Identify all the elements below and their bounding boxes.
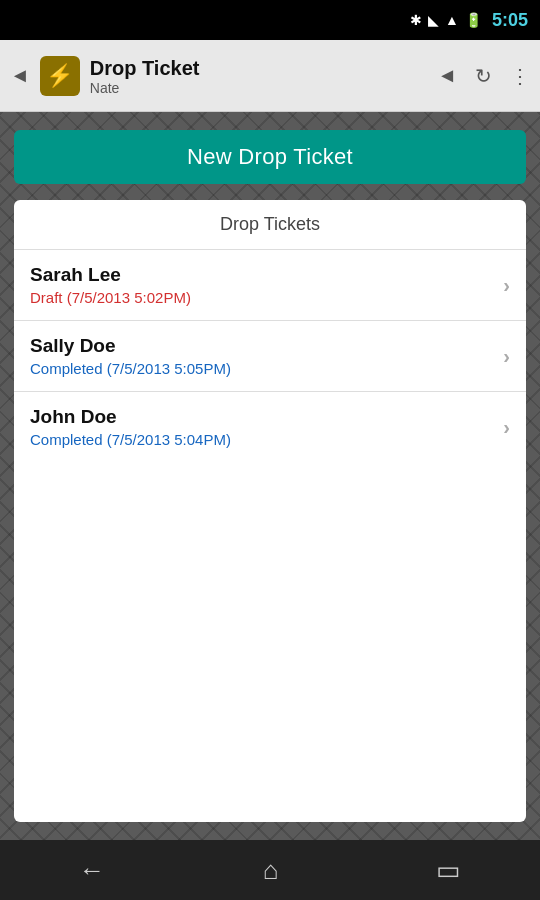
back-button[interactable]: ←	[79, 855, 105, 886]
status-time: 5:05	[492, 10, 528, 31]
home-button[interactable]: ⌂	[263, 855, 279, 886]
signal-indicator-icon: ◄	[437, 64, 457, 87]
app-title: Drop Ticket	[90, 56, 200, 80]
signal-icon: ▲	[445, 12, 459, 28]
ticket-chevron-icon: ›	[503, 274, 510, 297]
main-content: New Drop Ticket Drop Tickets Sarah LeeDr…	[0, 112, 540, 840]
app-title-block: Drop Ticket Nate	[90, 56, 200, 96]
ticket-chevron-icon: ›	[503, 416, 510, 439]
ticket-list-item[interactable]: Sally DoeCompleted (7/5/2013 5:05PM)›	[14, 321, 526, 392]
ticket-info: Sarah LeeDraft (7/5/2013 5:02PM)	[30, 264, 503, 306]
nav-back-icon[interactable]: ◄	[10, 64, 30, 87]
tickets-list: Sarah LeeDraft (7/5/2013 5:02PM)›Sally D…	[14, 250, 526, 462]
nav-left: ◄ ⚡ Drop Ticket Nate	[10, 56, 437, 96]
ticket-name: John Doe	[30, 406, 503, 428]
recents-button[interactable]: ▭	[436, 855, 461, 886]
ticket-info: John DoeCompleted (7/5/2013 5:04PM)	[30, 406, 503, 448]
overflow-menu-icon[interactable]: ⋮	[510, 64, 530, 88]
status-bar: ✱ ◣ ▲ 🔋 5:05	[0, 0, 540, 40]
ticket-status: Draft (7/5/2013 5:02PM)	[30, 289, 503, 306]
wifi-icon: ◣	[428, 12, 439, 28]
refresh-icon[interactable]: ↻	[475, 64, 492, 88]
ticket-info: Sally DoeCompleted (7/5/2013 5:05PM)	[30, 335, 503, 377]
nav-right: ◄ ↻ ⋮	[437, 64, 530, 88]
bluetooth-icon: ✱	[410, 12, 422, 28]
ticket-list-item[interactable]: Sarah LeeDraft (7/5/2013 5:02PM)›	[14, 250, 526, 321]
bottom-bar: ← ⌂ ▭	[0, 840, 540, 900]
app-lightning-icon: ⚡	[46, 63, 73, 89]
ticket-list-item[interactable]: John DoeCompleted (7/5/2013 5:04PM)›	[14, 392, 526, 462]
app-subtitle: Nate	[90, 80, 200, 96]
app-icon: ⚡	[40, 56, 80, 96]
ticket-chevron-icon: ›	[503, 345, 510, 368]
ticket-name: Sarah Lee	[30, 264, 503, 286]
ticket-status: Completed (7/5/2013 5:04PM)	[30, 431, 503, 448]
battery-icon: 🔋	[465, 12, 482, 28]
tickets-card: Drop Tickets Sarah LeeDraft (7/5/2013 5:…	[14, 200, 526, 822]
ticket-status: Completed (7/5/2013 5:05PM)	[30, 360, 503, 377]
ticket-name: Sally Doe	[30, 335, 503, 357]
nav-bar: ◄ ⚡ Drop Ticket Nate ◄ ↻ ⋮	[0, 40, 540, 112]
tickets-section-header: Drop Tickets	[14, 200, 526, 250]
new-drop-ticket-button[interactable]: New Drop Ticket	[14, 130, 526, 184]
